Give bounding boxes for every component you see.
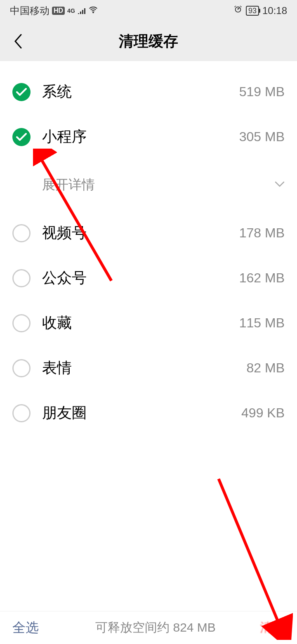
select-all-button[interactable]: 全选 [12,619,39,637]
item-size: 519 MB [239,84,285,99]
chevron-left-icon [14,34,23,49]
item-size: 178 MB [239,225,285,241]
time-label: 10:18 [262,5,287,17]
status-left: 中国移动 HD 4G [10,4,98,17]
svg-line-1 [219,479,280,627]
carrier-label: 中国移动 [10,4,50,17]
cache-item-channels[interactable]: 视频号 178 MB [0,211,297,256]
cache-item-stickers[interactable]: 表情 82 MB [0,346,297,391]
cache-list: 系统 519 MB 小程序 305 MB 展开详情 视频号 178 MB 公众号… [0,61,297,436]
checkbox-unchecked[interactable] [12,224,31,242]
checkbox-checked[interactable] [12,83,31,101]
status-bar: 中国移动 HD 4G 93 10:18 [0,0,297,21]
item-label: 朋友圈 [42,403,241,423]
page-header: 清理缓存 [0,21,297,61]
check-icon [16,88,27,96]
item-label: 公众号 [42,268,239,288]
check-icon [16,133,27,141]
hd-icon: HD [52,7,65,15]
freeable-space-label: 可释放空间约 824 MB [51,619,260,636]
back-button[interactable] [10,33,26,50]
item-label: 表情 [42,358,247,378]
battery-icon: 93 [246,6,259,16]
cache-item-miniprogram[interactable]: 小程序 305 MB [0,114,297,159]
item-label: 小程序 [42,127,239,147]
network-type: 4G [67,7,75,14]
item-size: 162 MB [239,270,285,286]
cache-item-favorites[interactable]: 收藏 115 MB [0,301,297,346]
checkbox-unchecked[interactable] [12,314,31,332]
cache-item-system[interactable]: 系统 519 MB [0,69,297,114]
cache-item-official[interactable]: 公众号 162 MB [0,256,297,301]
page-title: 清理缓存 [0,31,297,52]
wifi-icon [88,5,98,17]
chevron-down-icon [275,181,285,189]
item-label: 视频号 [42,223,239,243]
item-size: 305 MB [239,129,285,144]
status-right: 93 10:18 [233,5,287,17]
checkbox-checked[interactable] [12,128,31,146]
checkbox-unchecked[interactable] [12,404,31,422]
item-size: 499 KB [241,405,285,421]
signal-icon [78,5,86,17]
alarm-icon [233,5,243,17]
clear-button[interactable]: 清理 [260,619,285,636]
item-label: 收藏 [42,313,239,333]
expand-details[interactable]: 展开详情 [0,159,297,211]
checkbox-unchecked[interactable] [12,359,31,377]
item-size: 115 MB [239,315,285,331]
bottom-bar: 全选 可释放空间约 824 MB 清理 [0,611,297,644]
checkbox-unchecked[interactable] [12,269,31,287]
item-label: 系统 [42,82,239,102]
expand-label: 展开详情 [42,176,275,194]
item-size: 82 MB [247,360,285,376]
cache-item-moments[interactable]: 朋友圈 499 KB [0,391,297,436]
battery-level: 93 [248,7,257,15]
